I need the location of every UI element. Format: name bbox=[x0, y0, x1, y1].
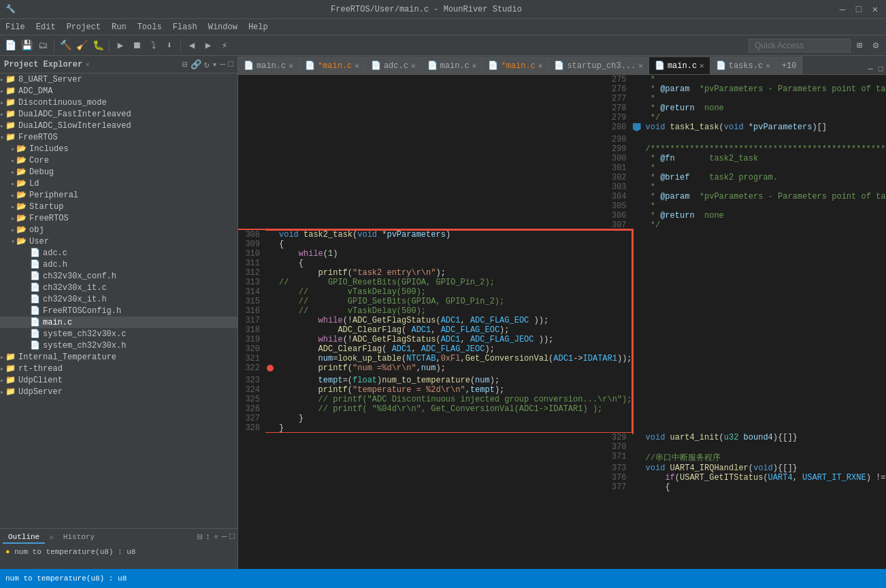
line-gutter[interactable] bbox=[632, 192, 643, 201]
line-gutter[interactable] bbox=[265, 230, 276, 240]
line-gutter[interactable] bbox=[632, 144, 643, 154]
menu-flash[interactable]: Flash bbox=[167, 21, 203, 33]
flash-button[interactable]: ⚡ bbox=[217, 38, 232, 53]
line-gutter[interactable] bbox=[265, 259, 276, 268]
line-gutter[interactable] bbox=[265, 306, 276, 316]
tree-item-peripheral[interactable]: ▸📂Peripheral bbox=[0, 189, 237, 201]
tree-item-ld[interactable]: ▸📂Ld bbox=[0, 178, 237, 189]
line-gutter[interactable] bbox=[632, 473, 643, 483]
line-gutter[interactable] bbox=[265, 414, 276, 423]
tree-item-startup[interactable]: ▸📂Startup bbox=[0, 201, 237, 212]
maximize-button[interactable]: □ bbox=[853, 4, 864, 15]
link-with-editor-icon[interactable]: 🔗 bbox=[191, 59, 201, 70]
line-gutter[interactable] bbox=[632, 452, 643, 463]
quick-access-input[interactable] bbox=[749, 39, 851, 52]
line-gutter[interactable] bbox=[632, 211, 643, 220]
tab-main-4[interactable]: 📄 *main.c ✕ bbox=[482, 56, 548, 74]
tab-close-tasks[interactable]: ✕ bbox=[766, 61, 770, 70]
tab-startup[interactable]: 📄 startup_ch3... ✕ bbox=[548, 56, 649, 74]
tree-item-core[interactable]: ▸📂Core bbox=[0, 154, 237, 166]
minimize-button[interactable]: — bbox=[837, 4, 848, 15]
line-gutter[interactable] bbox=[265, 354, 276, 363]
tree-item-main_c[interactable]: 📄main.c bbox=[0, 316, 237, 328]
tab-close-startup[interactable]: ✕ bbox=[638, 61, 643, 70]
tree-item-dual_slow[interactable]: ▸📁DualADC_SlowInterleaved bbox=[0, 120, 237, 131]
collapse-outline-icon[interactable]: ⊟ bbox=[197, 532, 203, 544]
line-gutter[interactable] bbox=[632, 113, 643, 122]
forward-button[interactable]: ▶ bbox=[201, 38, 216, 53]
tree-item-freertos[interactable]: ▾📁FreeRTOS bbox=[0, 131, 237, 143]
tab-close-4[interactable]: ✕ bbox=[538, 61, 543, 70]
maximize-editor-icon[interactable]: □ bbox=[876, 65, 886, 74]
line-gutter[interactable] bbox=[632, 433, 643, 442]
line-gutter[interactable] bbox=[632, 463, 643, 473]
debug-button[interactable]: 🐛 bbox=[91, 38, 105, 53]
tree-item-udpclient[interactable]: ▸📁UdpClient bbox=[0, 374, 237, 386]
line-gutter[interactable] bbox=[265, 297, 276, 306]
tree-item-adc_c[interactable]: 📄adc.c bbox=[0, 247, 237, 259]
line-gutter[interactable] bbox=[632, 483, 643, 492]
line-gutter[interactable] bbox=[265, 287, 276, 297]
tree-item-adc_h[interactable]: 📄adc.h bbox=[0, 259, 237, 270]
tree-item-obj[interactable]: ▸📂obj bbox=[0, 224, 237, 235]
menu-edit[interactable]: Edit bbox=[31, 21, 61, 33]
filter-outline-icon[interactable]: ▿ bbox=[214, 532, 219, 544]
tab-history[interactable]: History bbox=[58, 532, 100, 544]
tree-item-ch32v30x_it_h[interactable]: 📄ch32v30x_it.h bbox=[0, 293, 237, 305]
minimize-editor-icon[interactable]: — bbox=[866, 65, 876, 74]
save-button[interactable]: 💾 bbox=[19, 38, 34, 53]
tree-item-freertos_conf[interactable]: 📄FreeRTOSConfig.h bbox=[0, 305, 237, 316]
save-all-button[interactable]: 🗂 bbox=[35, 38, 50, 53]
settings-icon[interactable]: ⚙ bbox=[868, 38, 883, 53]
sort-outline-icon[interactable]: ↕ bbox=[206, 532, 211, 544]
tab-close-adc[interactable]: ✕ bbox=[411, 61, 416, 70]
stop-button[interactable]: ⏹ bbox=[129, 38, 144, 53]
run-button[interactable]: ▶ bbox=[113, 38, 128, 53]
menu-window[interactable]: Window bbox=[203, 21, 243, 33]
tree-item-system_h[interactable]: 📄system_ch32v30x.h bbox=[0, 340, 237, 351]
line-gutter[interactable] bbox=[632, 154, 643, 163]
code-editor[interactable]: 275 * 276 * @param *pvParameters - Param… bbox=[238, 75, 886, 569]
menu-file[interactable]: File bbox=[0, 21, 31, 33]
tab-main-2[interactable]: 📄 *main.c ✕ bbox=[299, 56, 365, 74]
tree-item-ch32v30x_conf[interactable]: 📄ch32v30x_conf.h bbox=[0, 270, 237, 282]
back-button[interactable]: ◀ bbox=[184, 38, 199, 53]
sync-icon[interactable]: ↻ bbox=[204, 59, 210, 70]
menu-run[interactable]: Run bbox=[106, 21, 132, 33]
tree-item-adc_dma[interactable]: ▸📁ADC_DMA bbox=[0, 85, 237, 97]
line-gutter[interactable] bbox=[632, 75, 643, 84]
tree-item-ch32v30x_it_c[interactable]: 📄ch32v30x_it.c bbox=[0, 282, 237, 293]
line-gutter[interactable] bbox=[265, 385, 276, 395]
tree-item-includes[interactable]: ▸📂Includes bbox=[0, 143, 237, 154]
layout-button[interactable]: ⊞ bbox=[852, 38, 867, 53]
tab-main-active[interactable]: 📄 main.c ✕ bbox=[649, 56, 710, 74]
line-gutter[interactable] bbox=[265, 376, 276, 385]
menu-project[interactable]: Project bbox=[61, 21, 106, 33]
line-gutter[interactable] bbox=[265, 404, 276, 414]
tree-item-rt_thread[interactable]: ▸📁rt-thread bbox=[0, 363, 237, 374]
tab-main-3[interactable]: 📄 main.c ✕ bbox=[422, 56, 483, 74]
menu-help[interactable]: Help bbox=[243, 21, 274, 33]
line-gutter[interactable] bbox=[265, 344, 276, 354]
step-into-button[interactable]: ⬇ bbox=[162, 38, 177, 53]
clean-button[interactable]: 🧹 bbox=[74, 38, 89, 53]
line-gutter[interactable] bbox=[265, 240, 276, 249]
maximize-outline-icon[interactable]: □ bbox=[229, 532, 235, 544]
line-gutter[interactable] bbox=[265, 278, 276, 287]
tab-main-1[interactable]: 📄 main.c ✕ bbox=[238, 56, 299, 74]
line-gutter[interactable] bbox=[265, 423, 276, 433]
tree-item-debug[interactable]: ▸📂Debug bbox=[0, 166, 237, 178]
line-gutter[interactable] bbox=[265, 363, 276, 376]
tab-close-2[interactable]: ✕ bbox=[355, 61, 359, 70]
tree-item-user[interactable]: ▾📂User bbox=[0, 235, 237, 247]
collapse-all-icon[interactable]: ⊟ bbox=[182, 59, 188, 70]
line-gutter[interactable] bbox=[265, 268, 276, 278]
line-gutter[interactable] bbox=[632, 122, 643, 135]
line-gutter[interactable] bbox=[265, 316, 276, 325]
tab-adc[interactable]: 📄 adc.c ✕ bbox=[365, 56, 422, 74]
view-menu-icon[interactable]: ▾ bbox=[212, 59, 218, 70]
line-gutter[interactable] bbox=[632, 103, 643, 113]
step-over-button[interactable]: ⤵ bbox=[146, 38, 161, 53]
tab-close-3[interactable]: ✕ bbox=[472, 61, 477, 70]
tree-item-system_c[interactable]: 📄system_ch32v30x.c bbox=[0, 328, 237, 340]
